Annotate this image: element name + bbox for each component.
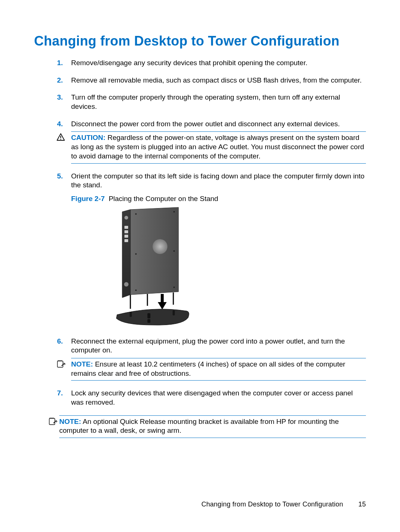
step-list: 1. Remove/disengage any security devices… (34, 58, 366, 407)
note-icon (48, 417, 57, 428)
svg-rect-14 (124, 235, 128, 238)
step-text: Remove all removable media, such as comp… (71, 76, 362, 84)
step-number: 3. (57, 93, 63, 102)
step-number: 4. (57, 120, 63, 129)
caution-icon (56, 133, 65, 143)
step-1: 1. Remove/disengage any security devices… (71, 58, 366, 68)
step-text: Lock any security devices that were dise… (71, 389, 353, 406)
svg-rect-25 (173, 310, 175, 315)
svg-rect-12 (124, 226, 128, 229)
note-icon (56, 360, 65, 371)
svg-rect-26 (57, 361, 63, 367)
page-title: Changing from Desktop to Tower Configura… (34, 33, 366, 49)
svg-point-16 (124, 282, 129, 287)
note-callout-outer: NOTE: An optional Quick Release mounting… (59, 415, 366, 438)
footer-page-number: 15 (359, 501, 366, 508)
step-text: Remove/disengage any security devices th… (71, 59, 307, 67)
step-text: Turn off the computer properly through t… (71, 93, 340, 110)
svg-point-9 (153, 239, 167, 254)
step-6: 6. Reconnect the external equipment, plu… (71, 337, 366, 381)
note-text: Ensure at least 10.2 centimeters (4 inch… (71, 360, 345, 377)
note-label: NOTE: (71, 360, 93, 368)
step-5: 5. Orient the computer so that its left … (71, 172, 366, 329)
svg-point-4 (173, 211, 175, 213)
step-number: 1. (57, 58, 63, 68)
note-body: NOTE: An optional Quick Release mounting… (59, 418, 339, 435)
figure-image (108, 207, 201, 329)
svg-rect-0 (60, 136, 61, 138)
svg-rect-1 (60, 139, 61, 140)
step-7: 7. Lock any security devices that were d… (71, 389, 366, 407)
page-footer: Changing from Desktop to Tower Configura… (201, 501, 366, 508)
step-number: 7. (57, 389, 63, 398)
svg-rect-27 (49, 418, 55, 425)
caution-callout: CAUTION: Regardless of the power-on stat… (71, 131, 366, 163)
note-text: An optional Quick Release mounting brack… (59, 418, 339, 435)
svg-point-11 (124, 216, 128, 220)
svg-point-3 (135, 213, 137, 215)
note-label: NOTE: (59, 418, 81, 425)
document-page: Changing from Desktop to Tower Configura… (0, 0, 400, 532)
figure-caption-text: Placing the Computer on the Stand (109, 195, 218, 203)
step-text: Reconnect the external equipment, plug t… (71, 337, 345, 354)
step-text: Disconnect the power cord from the power… (71, 120, 340, 128)
caution-body: CAUTION: Regardless of the power-on stat… (71, 134, 364, 160)
note-body: NOTE: Ensure at least 10.2 centimeters (… (71, 360, 345, 377)
note-callout: NOTE: Ensure at least 10.2 centimeters (… (71, 358, 366, 381)
step-number: 6. (57, 337, 63, 346)
svg-marker-21 (158, 302, 167, 310)
svg-rect-13 (124, 230, 128, 233)
step-4: 4. Disconnect the power cord from the po… (71, 120, 366, 164)
svg-rect-15 (124, 239, 128, 242)
svg-point-5 (173, 250, 175, 252)
svg-rect-23 (147, 319, 150, 323)
caution-label: CAUTION: (71, 134, 106, 141)
svg-rect-22 (147, 313, 150, 318)
svg-point-6 (135, 253, 137, 255)
figure-number: Figure 2-7 (71, 195, 105, 203)
svg-point-7 (173, 287, 175, 288)
step-number: 2. (57, 76, 63, 85)
step-text: Orient the computer so that its left sid… (71, 172, 364, 189)
svg-rect-24 (130, 312, 132, 317)
figure-caption: Figure 2-7 Placing the Computer on the S… (71, 194, 366, 204)
step-number: 5. (57, 172, 63, 181)
svg-point-8 (135, 290, 137, 291)
caution-text: Regardless of the power-on state, voltag… (71, 134, 364, 160)
footer-section: Changing from Desktop to Tower Configura… (201, 501, 343, 508)
step-3: 3. Turn off the computer properly throug… (71, 93, 366, 111)
step-2: 2. Remove all removable media, such as c… (71, 76, 366, 85)
